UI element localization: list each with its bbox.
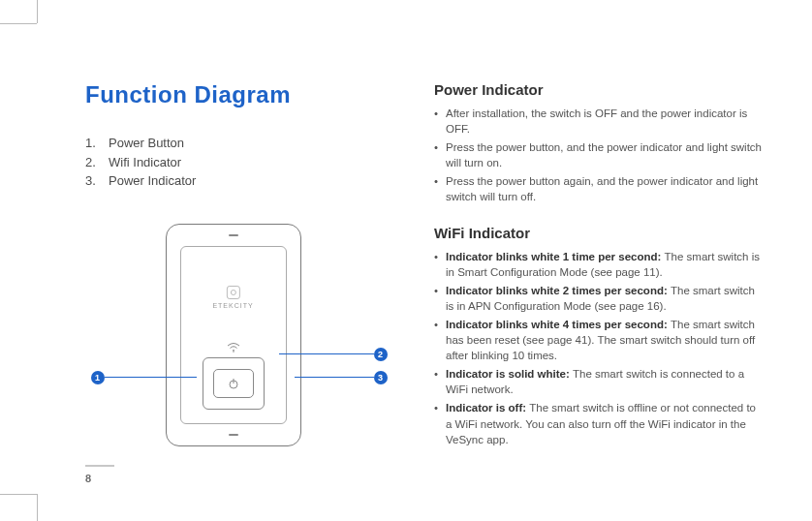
item-text: Press the power button again, and the po… [446, 175, 758, 202]
brand-label: ETEKCITY [212, 286, 253, 309]
crop-mark [37, 0, 38, 23]
list-item: Press the power button again, and the po… [434, 173, 764, 204]
callout-line [105, 377, 197, 378]
item-bold: Indicator is off: [446, 402, 529, 414]
callout-badge-1: 1 [91, 371, 105, 384]
legend-num: 2. [85, 153, 109, 172]
left-column: Function Diagram 1. Power Button 2. Wifi… [85, 81, 415, 469]
right-column: Power Indicator After installation, the … [415, 81, 764, 469]
switch-inner: ETEKCITY [180, 246, 287, 424]
item-bold: Indicator blinks white 2 times per secon… [446, 285, 671, 296]
wifi-icon [227, 343, 240, 354]
legend-list: 1. Power Button 2. Wifi Indicator 3. Pow… [85, 134, 390, 191]
device-diagram: ETEKCITY 1 2 3 [93, 214, 384, 446]
legend-num: 3. [85, 171, 109, 191]
section-heading: Power Indicator [434, 81, 764, 98]
screw-icon [229, 234, 238, 236]
legend-text: Wifi Indicator [109, 153, 181, 172]
list-item: Indicator is off: The smart switch is of… [434, 400, 764, 446]
item-text: After installation, the switch is OFF an… [446, 107, 747, 135]
list-item: Indicator blinks white 4 times per secon… [434, 317, 764, 363]
legend-num: 1. [85, 134, 109, 153]
page-title: Function Diagram [85, 81, 390, 108]
section-list: Indicator blinks white 1 time per second… [434, 249, 764, 447]
brand-text: ETEKCITY [212, 302, 253, 309]
list-item: Press the power button, and the power in… [434, 139, 764, 170]
button-frame [203, 357, 265, 410]
crop-mark [0, 494, 37, 495]
power-button [213, 369, 254, 398]
callout-badge-2: 2 [374, 348, 388, 361]
legend-text: Power Indicator [109, 171, 196, 191]
svg-point-0 [233, 351, 234, 352]
page-number: 8 [85, 465, 114, 484]
callout-badge-3: 3 [374, 371, 388, 384]
item-text: Press the power button, and the power in… [446, 141, 762, 169]
callout-line [279, 353, 374, 354]
legend-item: 3. Power Indicator [85, 171, 390, 191]
item-bold: Indicator blinks white 1 time per second… [446, 251, 665, 262]
item-bold: Indicator is solid white: [446, 368, 573, 380]
list-item: Indicator blinks white 1 time per second… [434, 249, 764, 280]
section-heading: WiFi Indicator [434, 225, 764, 241]
list-item: Indicator blinks white 2 times per secon… [434, 283, 764, 314]
crop-mark [0, 23, 37, 24]
list-item: After installation, the switch is OFF an… [434, 106, 764, 137]
section-list: After installation, the switch is OFF an… [434, 106, 764, 205]
legend-text: Power Button [109, 134, 184, 153]
brand-icon [226, 286, 239, 299]
callout-line [295, 377, 374, 378]
item-bold: Indicator blinks white 4 times per secon… [446, 319, 671, 330]
legend-item: 1. Power Button [85, 134, 390, 153]
page: Function Diagram 1. Power Button 2. Wifi… [37, 23, 812, 498]
legend-item: 2. Wifi Indicator [85, 153, 390, 172]
screw-icon [229, 434, 238, 436]
crop-mark [37, 494, 38, 521]
switch-plate: ETEKCITY [166, 224, 301, 446]
list-item: Indicator is solid white: The smart swit… [434, 366, 764, 397]
